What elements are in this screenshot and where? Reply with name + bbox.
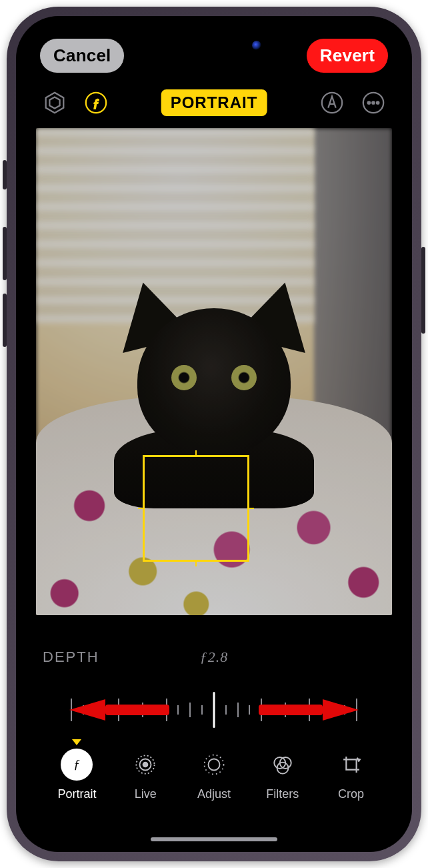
photo-content [36,128,392,615]
depth-label: DEPTH [43,648,99,666]
tab-adjust[interactable]: Adjust [184,749,244,801]
arrow-left-annotation [69,699,105,721]
svg-text:ƒ: ƒ [74,757,81,771]
depth-value: ƒ2.8 [200,648,229,666]
aperture-icon[interactable]: ƒ [81,88,111,117]
tab-live[interactable]: Live [115,749,175,801]
svg-text:ƒ: ƒ [93,97,99,109]
bottom-tabs: ƒ Portrait Live Adju [16,749,412,801]
tab-filters[interactable]: Filters [253,749,313,801]
dynamic-island [157,31,271,60]
side-button [421,247,425,334]
screen: Cancel Revert ƒ PORTRAIT [16,16,412,852]
tab-label: Portrait [57,787,96,801]
adjust-icon [198,749,230,781]
tab-crop[interactable]: Crop [321,749,381,801]
revert-button[interactable]: Revert [307,39,388,73]
slider-thumb[interactable] [213,692,215,728]
markup-icon[interactable] [317,88,347,117]
tab-portrait[interactable]: ƒ Portrait [47,749,107,801]
side-button [3,294,7,347]
live-icon [129,749,161,781]
svg-point-14 [205,755,224,775]
lighting-effect-icon[interactable] [40,88,69,117]
tab-label: Filters [266,787,299,801]
svg-point-8 [377,101,379,103]
front-camera [252,41,261,50]
edit-toolbar: ƒ PORTRAIT [16,88,412,117]
svg-marker-1 [49,97,59,108]
svg-point-7 [372,101,374,103]
portrait-icon: ƒ [61,749,93,781]
photo-preview[interactable] [36,128,392,615]
side-button [3,160,7,189]
crop-icon [335,749,367,781]
device-frame: Cancel Revert ƒ PORTRAIT [7,7,421,861]
depth-slider[interactable] [16,690,412,730]
mode-badge[interactable]: PORTRAIT [161,89,267,116]
svg-point-10 [143,763,148,767]
tab-label: Adjust [197,787,231,801]
tab-label: Live [135,787,157,801]
depth-readout: DEPTH ƒ2.8 [16,648,412,666]
svg-marker-0 [46,93,64,113]
cancel-button[interactable]: Cancel [40,39,124,73]
tab-label: Crop [338,787,364,801]
home-indicator[interactable] [151,837,277,841]
arrow-right-annotation [323,699,359,721]
filters-icon [267,749,299,781]
svg-point-6 [368,101,370,103]
focus-indicator[interactable] [143,455,249,562]
svg-point-13 [208,759,219,771]
side-button [3,227,7,280]
more-icon[interactable] [359,88,388,117]
